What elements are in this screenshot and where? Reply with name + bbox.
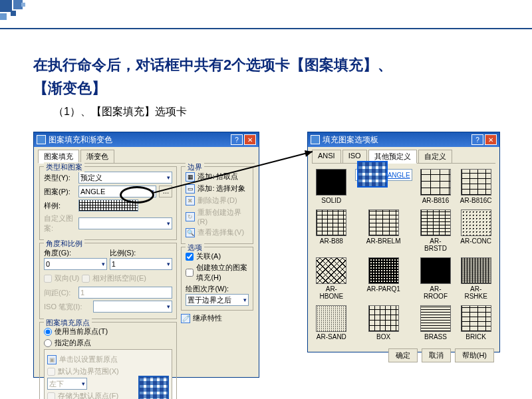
pattern-palette-dialog: 填充图案选项板 ? ✕ ANSI ISO 其他预定义 自定义 SOLID ANG… xyxy=(307,132,500,352)
chk-inherit[interactable]: 🧷继承特性 xyxy=(181,313,253,323)
slide-heading: 在执行命令后，对话框中共有2个选项卡【图案填充】、 【渐变色】 xyxy=(33,53,505,100)
dialog-title: 图案填充和渐变色 xyxy=(49,134,229,146)
group-title: 角度和比例 xyxy=(44,239,84,249)
select-scale[interactable]: 1▾ xyxy=(110,258,173,270)
close-icon[interactable]: ✕ xyxy=(244,134,256,145)
tabs: 图案填充 渐变色 xyxy=(38,150,255,164)
select-draworder[interactable]: 置于边界之后▾ xyxy=(186,294,249,306)
tab-custom[interactable]: 自定义 xyxy=(418,150,452,163)
group-type-pattern: 类型和图案 类型(Y): 预定义▾ 图案(P): ANGLE▾ … 样例: 自定… xyxy=(39,166,177,240)
group-angle-scale: 角度和比例 角度(G): 0▾ 比例(S): 1▾ 双向(U) 相对图纸空间(E… xyxy=(39,243,177,319)
pattern-cell[interactable]: AR-RROOF xyxy=(419,257,453,300)
chk-default-bound: 默认为边界范围(X) xyxy=(47,366,169,376)
ok-button[interactable]: 确定 xyxy=(388,348,418,362)
chk-relpaper: 相对图纸空间(E) xyxy=(82,273,146,283)
titlebar: 图案填充和渐变色 ? ✕ xyxy=(34,132,259,147)
select-custom: ▾ xyxy=(78,217,172,229)
pattern-browse-button[interactable]: … xyxy=(159,186,172,198)
pattern-cell[interactable]: AR-BRSTD xyxy=(419,209,453,252)
pattern-cell[interactable]: AR-B816 xyxy=(419,169,453,204)
pattern-cell[interactable]: ANGLE xyxy=(355,169,412,181)
heading-line2: 【渐变色】 xyxy=(33,80,106,96)
tabs: ANSI ISO 其他预定义 自定义 xyxy=(312,150,495,164)
group-title: 图案填充原点 xyxy=(44,318,92,328)
help-icon[interactable]: ? xyxy=(471,134,483,145)
select-corner: 左下▾ xyxy=(47,378,87,390)
label-scale: 比例(S): xyxy=(110,249,136,257)
help-icon[interactable]: ? xyxy=(231,134,243,145)
origin-preview-swatch xyxy=(138,376,169,399)
label-sample: 样例: xyxy=(44,201,76,211)
label-type: 类型(Y): xyxy=(44,173,76,183)
group-title: 类型和图案 xyxy=(44,162,84,172)
group-title: 边界 xyxy=(186,162,204,172)
label-custom: 自定义图案: xyxy=(44,213,76,233)
pattern-cell[interactable]: BRICK xyxy=(459,305,493,340)
btn-click-origin: ▣单击以设置新原点 xyxy=(47,354,169,364)
group-title: 选项 xyxy=(186,243,204,253)
close-icon[interactable]: ✕ xyxy=(485,134,497,145)
pick-add-select[interactable]: ▭添加: 选择对象 xyxy=(186,184,249,194)
tab-gradient[interactable]: 渐变色 xyxy=(80,150,114,163)
slide-divider xyxy=(0,28,532,29)
pattern-cell[interactable]: BOX xyxy=(355,305,412,340)
heading-line1: 在执行命令后，对话框中共有2个选项卡【图案填充】、 xyxy=(33,57,392,73)
label-isopen: ISO 笔宽(I): xyxy=(44,302,90,312)
pattern-cell[interactable]: AR-CONC xyxy=(459,209,493,252)
callout-circle xyxy=(120,186,154,203)
pattern-cell[interactable]: AR-B816C xyxy=(459,169,493,204)
pick-delete: ✖删除边界(D) xyxy=(186,196,249,205)
pick-view: 🔍查看选择集(V) xyxy=(186,227,249,237)
slide-subheading: （1）、【图案填充】选项卡 xyxy=(53,105,187,119)
cancel-button[interactable]: 取消 xyxy=(422,348,451,362)
label-spacing: 间距(C): xyxy=(44,288,76,298)
pattern-cell[interactable]: AR-SAND xyxy=(315,305,348,340)
app-icon xyxy=(37,135,46,144)
pattern-cell[interactable]: AR-PARQ1 xyxy=(355,257,412,300)
pattern-cell[interactable]: AR-BRELM xyxy=(355,209,412,252)
group-boundary: 边界 ▦添加: 拾取点 ▭添加: 选择对象 ✖删除边界(D) ↻重新创建边界(R… xyxy=(181,166,253,244)
hatch-dialog: 图案填充和渐变色 ? ✕ 图案填充 渐变色 类型和图案 类型(Y): 预定义▾ … xyxy=(33,132,259,378)
pattern-cell[interactable]: AR-RSHKE xyxy=(459,257,493,300)
select-angle[interactable]: 0▾ xyxy=(44,258,107,270)
titlebar: 填充图案选项板 ? ✕ xyxy=(308,132,499,147)
help-button[interactable]: 帮助(H) xyxy=(455,348,494,362)
chk-separate[interactable]: 创建独立的图案填充(H) xyxy=(186,263,249,283)
inherit-icon: 🧷 xyxy=(181,314,190,323)
slide-corner-decor xyxy=(0,0,33,27)
chevron-down-icon: ▾ xyxy=(167,174,170,181)
pattern-cell[interactable]: AR-B88 xyxy=(315,209,348,252)
pick-points-icon: ▦ xyxy=(186,172,195,182)
label-angle: 角度(G): xyxy=(44,249,71,257)
tab-ansi[interactable]: ANSI xyxy=(312,150,341,163)
pattern-cell[interactable]: SOLID xyxy=(315,169,348,204)
tab-hatch[interactable]: 图案填充 xyxy=(38,150,79,164)
chk-double: 双向(U) xyxy=(44,273,79,283)
app-icon xyxy=(311,135,320,144)
label-draworder: 绘图次序(W): xyxy=(186,284,249,294)
radio-specified-origin[interactable]: 指定的原点 xyxy=(44,338,172,348)
pattern-cell[interactable]: BRASS xyxy=(419,305,453,340)
pick-recreate: ↻重新创建边界(R) xyxy=(186,207,249,225)
pattern-cell[interactable]: AR-HBONE xyxy=(315,257,348,300)
radio-current-origin[interactable]: 使用当前原点(T) xyxy=(44,327,172,336)
chk-assoc[interactable]: 关联(A) xyxy=(186,251,249,261)
dialog-title: 填充图案选项板 xyxy=(323,134,470,146)
pattern-grid: SOLID ANGLE AR-B816 AR-B816C AR-B88 AR-B… xyxy=(308,164,499,346)
label-pattern: 图案(P): xyxy=(44,187,76,197)
group-origin: 图案填充原点 使用当前原点(T) 指定的原点 ▣单击以设置新原点 默认为边界范围… xyxy=(39,322,177,399)
group-options: 选项 关联(A) 创建独立的图案填充(H) 绘图次序(W): 置于边界之后▾ xyxy=(181,247,253,311)
select-type[interactable]: 预定义▾ xyxy=(78,172,172,184)
pick-add-points[interactable]: ▦添加: 拾取点 xyxy=(186,172,249,182)
select-objects-icon: ▭ xyxy=(186,184,195,194)
